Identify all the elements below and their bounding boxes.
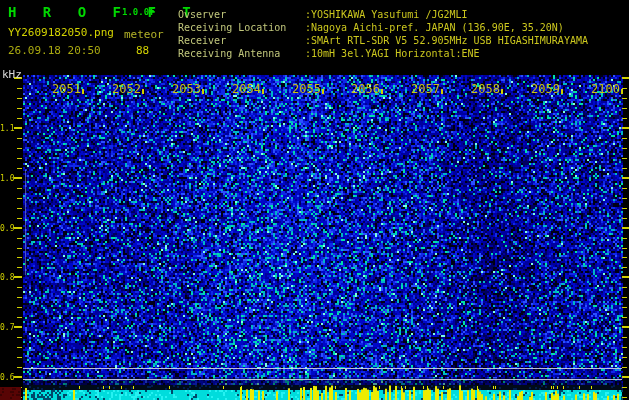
station-info-row: Receiver:SMArt RTL-SDR V5 52.905MHz USB … [178,34,588,47]
hrofft-window: H R O F F T 1.0.0f YY2609182050.png mete… [0,0,629,400]
app-title: H R O F F T [8,5,200,19]
x-axis-tick-label: 2056 [340,82,380,96]
x-axis-tick-label: 2059 [520,82,560,96]
echo-count: 88 [136,45,149,56]
y-axis-tick-label: 0.7 [0,323,13,332]
app-version: 1.0.0f [122,8,155,17]
datetime-label: 26.09.18 20:50 [8,45,101,56]
y-axis-tick-label: 1.0 [0,174,13,183]
spectrogram-canvas [0,0,629,400]
mode-label: meteor [124,29,164,40]
station-info-label: Receiving Location [178,21,305,34]
y-axis-tick-label: 0.9 [0,224,13,233]
y-axis-tick-label: 1.1 [0,124,13,133]
y-axis-tick-label: 0.8 [0,273,13,282]
y-axis-unit-label: kHz [2,69,22,80]
station-info-row: Receiving Location:Nagoya Aichi-pref. JA… [178,21,588,34]
station-info-label: Receiving Antenna [178,47,305,60]
x-axis-tick-label: 2057 [400,82,440,96]
output-filename: YY2609182050.png [8,27,114,38]
station-info-row: Ovserver:YOSHIKAWA Yasufumi /JG2MLI [178,8,588,21]
station-info-value: :SMArt RTL-SDR V5 52.905MHz USB HIGASHIM… [305,35,588,46]
x-axis-tick-label: 2051 [41,82,81,96]
station-info-label: Ovserver [178,8,305,21]
x-axis-tick-label: 2100 [580,82,620,96]
station-info-value: :10mH 3el.YAGI Horizontal:ENE [305,48,480,59]
y-axis-tick-label: 0.6 [0,373,13,382]
x-axis-tick-label: 2052 [101,82,141,96]
station-info-value: :Nagoya Aichi-pref. JAPAN (136.90E, 35.2… [305,22,564,33]
x-axis-tick-label: 2054 [221,82,261,96]
x-axis-tick-label: 2055 [281,82,321,96]
station-info-row: Receiving Antenna:10mH 3el.YAGI Horizont… [178,47,588,60]
station-info-value: :YOSHIKAWA Yasufumi /JG2MLI [305,9,468,20]
station-info-label: Receiver [178,34,305,47]
station-info-block: Ovserver:YOSHIKAWA Yasufumi /JG2MLIRecei… [178,8,588,60]
x-axis-tick-label: 2053 [161,82,201,96]
x-axis-tick-label: 2058 [460,82,500,96]
